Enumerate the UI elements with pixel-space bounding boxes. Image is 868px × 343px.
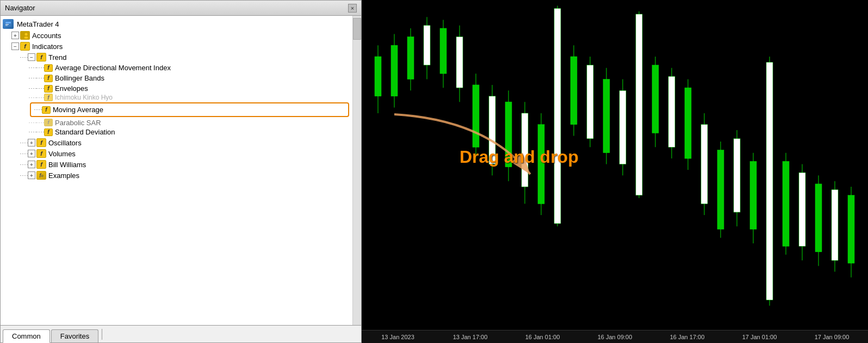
volumes-label: Volumes (48, 150, 76, 158)
navigator-titlebar: Navigator × (1, 1, 361, 16)
tree-item-moving-avg[interactable]: f Moving Average (30, 102, 349, 117)
oscillators-label: Oscillators (48, 139, 82, 147)
tab-divider (102, 329, 102, 340)
svg-rect-62 (799, 173, 805, 246)
svg-rect-46 (668, 76, 675, 147)
bollinger-icon: f (44, 75, 53, 82)
admi-icon: f (44, 64, 53, 72)
tree-item-accounts[interactable]: + Accounts (1, 30, 352, 41)
svg-point-5 (25, 33, 28, 36)
tree-connector-env2 (36, 88, 44, 89)
parabolic-icon: f (44, 119, 53, 126)
stddev-label: Standard Deviation (55, 128, 115, 136)
svg-rect-44 (652, 65, 659, 133)
trend-label: Trend (48, 53, 66, 62)
navigator-scrollbar[interactable] (352, 16, 361, 325)
tab-common[interactable]: Common (3, 329, 50, 343)
svg-rect-68 (848, 195, 854, 264)
tree-connector-bw (20, 164, 28, 165)
svg-rect-20 (456, 37, 463, 88)
timestamp-7: 17 Jan 09:00 (796, 334, 868, 340)
tree-connector-ma (34, 109, 42, 110)
svg-rect-38 (603, 79, 610, 153)
svg-rect-40 (619, 90, 626, 164)
tab-favorites[interactable]: Favorites (51, 329, 98, 342)
tree-item-stddev[interactable]: f Standard Deviation (1, 127, 352, 137)
moving-avg-label: Moving Average (53, 106, 103, 114)
envelopes-label: Envelopes (55, 84, 88, 93)
svg-rect-3 (5, 25, 8, 26)
tree-connector-admi (29, 68, 36, 68)
expand-trend[interactable]: − (28, 53, 35, 61)
tab-bar: Common Favorites (1, 325, 361, 342)
tree-connector-bb (29, 78, 36, 78)
svg-rect-54 (734, 139, 740, 212)
admi-label: Average Directional Movement Index (55, 64, 171, 72)
timestamp-4: 16 Jan 09:00 (579, 334, 651, 340)
svg-rect-64 (815, 184, 822, 252)
tree-item-oscillators[interactable]: + f Oscillators (1, 137, 352, 148)
tree-item-bollinger[interactable]: f Bollinger Bands (1, 73, 352, 83)
expand-indicators[interactable]: − (11, 42, 19, 50)
tree-connector-trend (20, 57, 28, 58)
expand-volumes[interactable]: + (28, 150, 35, 157)
tree-connector-admi2 (36, 68, 44, 68)
svg-rect-14 (407, 37, 414, 79)
tree-root-item[interactable]: MetaTrader 4 (1, 18, 352, 30)
expand-oscillators[interactable]: + (28, 139, 35, 146)
tree-connector-p2 (36, 97, 44, 98)
envelopes-icon: f (44, 85, 53, 93)
svg-rect-48 (685, 88, 691, 158)
svg-rect-32 (554, 9, 561, 224)
svg-rect-16 (424, 26, 430, 65)
tree-connector-sd (29, 132, 36, 132)
tree-connector-p (29, 97, 36, 98)
navigator-panel: Navigator × MetaTrader 4 + (0, 0, 362, 343)
tree-item-admi[interactable]: f Average Directional Movement Index (1, 63, 352, 73)
navigator-tree: MetaTrader 4 + Accounts − f (1, 16, 352, 325)
svg-rect-34 (571, 57, 577, 125)
expand-billwilliams[interactable]: + (28, 161, 35, 168)
tree-item-envelopes[interactable]: f Envelopes (1, 83, 352, 94)
svg-rect-2 (5, 24, 9, 25)
tree-connector-osc (20, 143, 28, 143)
root-label: MetaTrader 4 (17, 20, 59, 28)
svg-rect-12 (391, 45, 398, 96)
svg-point-7 (24, 36, 28, 39)
moving-avg-icon: f (42, 106, 51, 114)
tree-connector-bb2 (36, 78, 44, 78)
examples-icon: fo (36, 171, 46, 180)
billwilliams-icon: f (36, 160, 46, 169)
partial-label: Ichimoku Kinko Hyo (55, 94, 113, 101)
volumes-icon: f (36, 149, 46, 158)
expand-accounts[interactable]: + (11, 32, 19, 39)
chart-area: Drag and drop 13 Jan 2023 13 Jan 17:00 1… (362, 0, 868, 343)
tree-connector-ex (20, 175, 28, 176)
svg-rect-58 (766, 62, 773, 300)
tree-item-indicators[interactable]: − f Indicators (1, 41, 352, 52)
tree-item-billwilliams[interactable]: + f Bill Williams (1, 159, 352, 170)
svg-rect-56 (750, 161, 757, 229)
tree-connector-env (29, 88, 36, 89)
tree-item-parabolic[interactable]: f Parabolic SAR (1, 118, 352, 127)
moving-avg-container: f Moving Average (1, 102, 352, 117)
svg-rect-60 (783, 161, 789, 246)
svg-rect-52 (717, 150, 724, 229)
timestamp-bar: 13 Jan 2023 13 Jan 17:00 16 Jan 01:00 16… (362, 330, 868, 343)
tree-connector-ps (29, 122, 36, 123)
svg-rect-42 (636, 14, 642, 195)
timestamp-5: 16 Jan 17:00 (651, 334, 723, 340)
navigator-title: Navigator (5, 4, 35, 12)
close-button[interactable]: × (348, 4, 357, 13)
billwilliams-label: Bill Williams (48, 161, 86, 169)
tree-item-examples[interactable]: + fo Examples (1, 170, 352, 181)
bollinger-label: Bollinger Bands (55, 74, 104, 82)
tree-item-partial[interactable]: f Ichimoku Kinko Hyo (1, 94, 352, 101)
tree-item-trend[interactable]: − f Trend (1, 52, 352, 63)
expand-examples[interactable]: + (28, 171, 35, 179)
tree-connector-ps2 (36, 122, 44, 123)
indicators-icon: f (20, 42, 30, 51)
tree-item-volumes[interactable]: + f Volumes (1, 148, 352, 159)
svg-rect-50 (701, 125, 708, 204)
stddev-icon: f (44, 128, 53, 136)
